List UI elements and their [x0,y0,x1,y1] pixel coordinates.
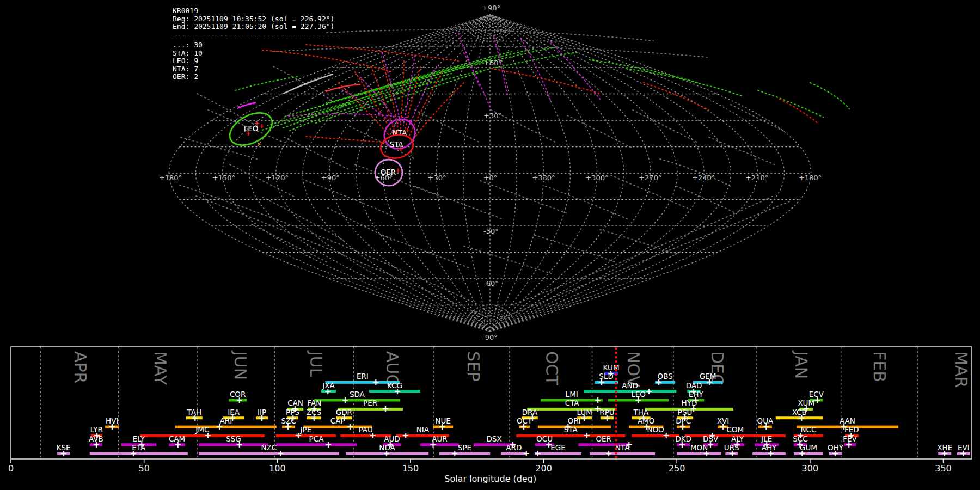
shower-peak-marker: + [60,448,67,458]
map-lon-label: +240° [692,174,715,182]
shower-peak-marker: + [130,448,137,458]
info-line: ...: 30 [173,41,339,50]
radiant-label-leo: LEO [244,124,259,133]
meteor-trail [284,137,350,170]
map-lon-label: +210° [745,174,768,182]
shower-label-nta: NTA [615,443,630,452]
x-tick-label: 100 [269,463,286,474]
shower-label-lmi: LMI [566,390,578,399]
meteor-trail [535,235,616,262]
map-lon-label: +330° [532,174,555,182]
meteor-trail [780,99,818,123]
shower-peak-marker: + [679,421,686,432]
shower-label-nia: NIA [416,425,430,434]
meteor-trail [181,137,257,159]
shower-label-spe: SPE [458,443,471,452]
shower-peak-marker: + [430,439,437,450]
shower-bar-mon [677,452,721,455]
info-line: NTA: 7 [173,65,339,74]
map-lon-label: +90° [321,174,340,182]
shower-label-pca: PCA [309,434,324,443]
month-label: JUN [231,350,250,380]
meteor-trail [491,69,600,94]
shower-label-cap: CAP [330,416,345,425]
shower-peak-marker: + [635,395,642,405]
shower-label-nzc: NZC [261,443,277,452]
shower-bar-and [584,390,676,393]
radiant-peak-marker: + [407,118,413,126]
shower-peak-marker: + [678,439,685,450]
x-tick-label: 200 [535,463,552,474]
meteor-trail [758,90,823,117]
scene-canvas: +++LEO+++NTA+STA+OER+180°+150°+120°+90°+… [0,0,980,490]
shower-peak-marker: + [728,448,736,458]
meteor-trail [589,60,698,83]
shower-bar-ssg [199,443,268,446]
radiant-label-sta: STA [389,140,403,149]
shower-peak-marker: + [236,395,243,405]
shower-peak-marker: + [767,448,774,458]
month-label: JUL [307,350,326,377]
x-tick-label: 150 [402,463,419,474]
shower-peak-marker: + [284,421,291,432]
meteor-trail [415,110,480,143]
meteor-trail [197,94,257,126]
x-axis-title: Solar longitude (deg) [444,474,536,484]
shower-peak-marker: + [523,448,530,458]
shower-peak-marker: + [216,421,223,432]
info-line: STA: 10 [173,50,339,58]
meteor-trail [600,230,676,254]
shower-peak-marker: + [383,448,390,458]
map-lon-label: +30° [428,174,446,182]
shower-peak-marker: + [846,439,853,450]
shower-bar-pca [276,443,357,446]
meteor-trail [306,181,393,216]
x-tick-label: 250 [669,463,685,474]
meteor-trail [810,83,849,109]
shower-peak-marker: + [236,439,243,450]
month-label: FEB [870,351,889,382]
x-tick-label: 350 [935,463,952,474]
shower-peak-marker: + [813,395,820,405]
shower-bar-ege [535,452,581,455]
meteor-trail [567,115,633,148]
shower-peak-marker: + [762,421,769,432]
map-lat-label: +60° [483,59,502,67]
shower-peak-marker: + [703,448,710,458]
month-label: OCT [542,351,561,386]
pole-grid-arc [470,308,510,319]
shower-peak-marker: + [438,421,445,432]
x-tick-label: 300 [802,463,819,474]
shower-peak-marker: + [310,413,317,423]
shower-peak-marker: + [603,413,610,423]
meteor-trail [644,83,709,110]
shower-peak-marker: + [719,421,726,432]
shower-peak-marker: + [605,448,612,458]
map-lat-label: -30° [483,227,499,235]
shower-peak-marker: + [960,448,967,458]
shower-label-dsx: DSX [486,434,501,443]
meteor-trail [551,42,600,99]
meteor-trail [731,105,785,132]
shower-label-cta: CTA [565,399,580,407]
x-tick-label: 0 [8,463,14,474]
meteor-trail [480,181,567,213]
map-lat-label: +90° [482,4,500,12]
shower-peak-marker: + [831,448,838,458]
shower-bar-eta [90,452,188,455]
month-label: MAR [952,351,971,388]
map-lat-label: +30° [483,112,502,120]
shower-peak-marker: + [583,430,590,440]
meteor-trail [464,246,551,273]
shower-bar-jpe [276,434,336,437]
shower-peak-marker: + [520,421,527,432]
meteor-trail [709,137,774,164]
map-lat-label: -90° [482,333,498,341]
shower-peak-marker: + [580,413,587,423]
shower-peak-marker: + [402,430,409,440]
shower-peak-marker: + [941,448,948,458]
shower-label-sta: STA [564,425,578,434]
shower-label-sda: SDA [350,390,365,399]
shower-peak-marker: + [598,377,605,387]
shower-label-and: AND [622,381,638,390]
